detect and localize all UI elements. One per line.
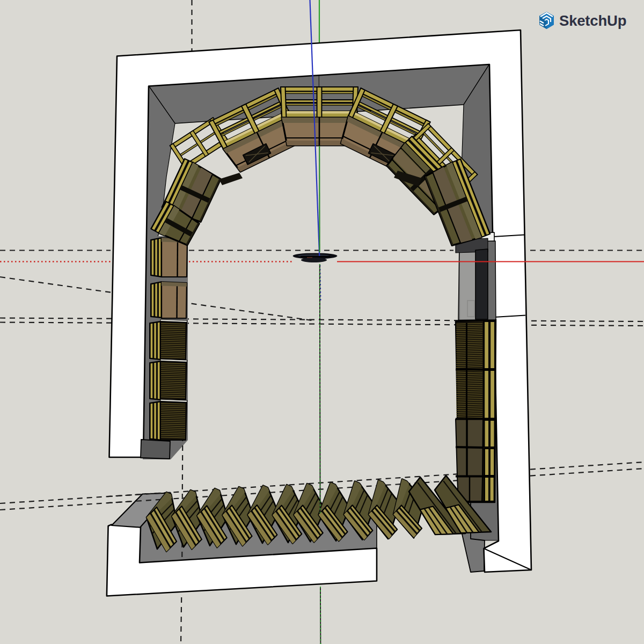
- svg-text:SketchUp: SketchUp: [559, 12, 626, 29]
